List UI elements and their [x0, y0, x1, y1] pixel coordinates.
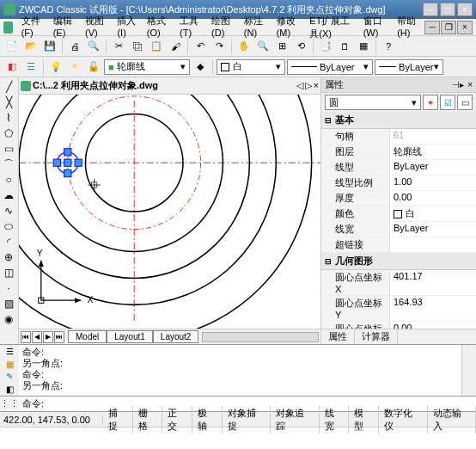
layer-combo[interactable]: ■ 轮廓线▾: [104, 59, 190, 75]
tab-prev-icon[interactable]: ◀: [32, 331, 42, 343]
h-scrollbar[interactable]: [202, 332, 319, 342]
pickadd-icon[interactable]: ☑: [440, 95, 455, 110]
match-icon[interactable]: 🖌: [167, 38, 184, 55]
tab-next-icon[interactable]: ▶: [43, 331, 53, 343]
insert-tool[interactable]: ⊕: [0, 249, 17, 265]
status-捕捉[interactable]: 捕捉: [103, 406, 133, 434]
circle-tool[interactable]: ○: [0, 172, 17, 188]
property-grid[interactable]: 基本句柄61图层轮廓线线型ByLayer线型比例1.00厚度0.00颜色白线宽B…: [321, 112, 476, 329]
select-obj-icon[interactable]: ▭: [457, 95, 473, 110]
doc-minimize[interactable]: ─: [424, 21, 440, 34]
pline-tool[interactable]: ⌇: [0, 110, 17, 126]
model-tab-Layout1[interactable]: Layout1: [107, 330, 153, 343]
zoom-prev-icon[interactable]: ⟲: [292, 38, 309, 55]
status-栅格[interactable]: 栅格: [133, 406, 163, 434]
panel-tab-props[interactable]: 属性: [321, 329, 355, 344]
layer-prev-icon[interactable]: ◧: [3, 58, 21, 76]
props-icon[interactable]: 📑: [317, 38, 334, 55]
cmd-scrollbar[interactable]: [462, 345, 476, 396]
close-button[interactable]: ×: [457, 3, 473, 16]
canvas[interactable]: X Y: [19, 95, 320, 329]
coordinates[interactable]: 422.00, 147.53, 0.00: [0, 415, 103, 425]
cmd-tool-1[interactable]: ☰: [0, 345, 19, 358]
arc-tool[interactable]: ⌒: [0, 157, 17, 172]
copy-icon[interactable]: ⿻: [129, 38, 146, 55]
new-icon[interactable]: 📄: [3, 38, 21, 55]
status-极轴[interactable]: 极轴: [192, 406, 223, 434]
tab-right-icon[interactable]: ▷: [305, 80, 312, 91]
ellipse-tool[interactable]: ⬭: [0, 218, 17, 234]
model-tab-Layout2[interactable]: Layout2: [153, 330, 199, 343]
command-history[interactable]: 命令:另一角点:命令:另一角点:: [19, 345, 462, 396]
table-icon[interactable]: ▦: [355, 38, 372, 55]
panel-pin-icon[interactable]: ⊣▸: [452, 80, 464, 89]
point-tool[interactable]: ·: [0, 280, 17, 296]
prop-row[interactable]: 颜色白: [321, 206, 476, 222]
linetype-combo[interactable]: ByLayer▾: [287, 59, 373, 75]
doc-close[interactable]: ×: [457, 21, 473, 34]
cmd-handle-icon[interactable]: ⋮⋮: [0, 398, 19, 409]
cmd-tool-4[interactable]: ◧: [0, 383, 19, 396]
block-tool[interactable]: ◫: [0, 265, 17, 280]
open-icon[interactable]: 📂: [22, 38, 40, 55]
save-icon[interactable]: 💾: [41, 38, 58, 55]
status-正交[interactable]: 正交: [162, 406, 192, 434]
layer-mgr-icon[interactable]: ☰: [22, 58, 40, 76]
layer-state-icon[interactable]: ◆: [192, 58, 209, 76]
qselect-icon[interactable]: ✦: [423, 95, 438, 110]
calc-icon[interactable]: 🗒: [336, 38, 353, 55]
help-icon[interactable]: ?: [380, 38, 397, 55]
polygon-tool[interactable]: ⬠: [0, 126, 17, 141]
status-线宽[interactable]: 线宽: [320, 406, 350, 434]
panel-close-icon[interactable]: ×: [467, 80, 473, 89]
sun-icon[interactable]: ☀: [66, 58, 83, 76]
prop-row[interactable]: 线宽ByLayer: [321, 222, 476, 237]
color-combo[interactable]: 白▾: [217, 59, 285, 75]
model-tab-Model[interactable]: Model: [68, 330, 107, 343]
panel-tab-calc[interactable]: 计算器: [355, 329, 398, 344]
prop-row[interactable]: 圆心点坐标 Z0.00: [321, 322, 476, 329]
region-tool[interactable]: ◉: [0, 311, 17, 327]
lightbulb-icon[interactable]: 💡: [47, 58, 64, 76]
cmd-tool-2[interactable]: ▦: [0, 358, 19, 371]
zoom-win-icon[interactable]: ⊞: [273, 38, 290, 55]
pan-icon[interactable]: ✋: [235, 38, 253, 55]
status-模型[interactable]: 模型: [349, 406, 379, 434]
doc-tab[interactable]: C:\...2 利用夹点拉伸对象.dwg: [21, 79, 158, 92]
prop-row[interactable]: 线型ByLayer: [321, 160, 476, 175]
prop-row[interactable]: 圆心点坐标 X401.17: [321, 270, 476, 296]
object-type-combo[interactable]: 圆▾: [325, 95, 421, 110]
tab-left-icon[interactable]: ◁: [296, 80, 303, 91]
maximize-button[interactable]: □: [440, 3, 455, 16]
tab-close-icon[interactable]: ×: [314, 80, 319, 91]
hatch-tool[interactable]: ▨: [0, 296, 17, 311]
undo-icon[interactable]: ↶: [192, 38, 209, 55]
revcloud-tool[interactable]: ☁: [0, 188, 17, 203]
panel-header[interactable]: 属性 ⊣▸ ×: [321, 77, 476, 93]
cut-icon[interactable]: ✂: [110, 38, 127, 55]
prop-row[interactable]: 句柄61: [321, 129, 476, 145]
status-对象捕捉[interactable]: 对象捕捉: [223, 406, 271, 434]
redo-icon[interactable]: ↷: [211, 38, 228, 55]
status-对象追踪[interactable]: 对象追踪: [271, 406, 319, 434]
prop-row[interactable]: 线型比例1.00: [321, 175, 476, 191]
spline-tool[interactable]: ∿: [0, 203, 17, 218]
minimize-button[interactable]: ─: [423, 3, 438, 16]
cmd-tool-3[interactable]: ✎: [0, 371, 19, 384]
lock-icon[interactable]: 🔓: [85, 58, 102, 76]
zoom-icon[interactable]: 🔍: [254, 38, 272, 55]
status-动态输入[interactable]: 动态输入: [428, 406, 476, 434]
earc-tool[interactable]: ◜: [0, 234, 17, 249]
prop-row[interactable]: 厚度0.00: [321, 191, 476, 206]
tab-first-icon[interactable]: ⏮: [21, 331, 31, 343]
lineweight-combo[interactable]: ByLayer▾: [375, 59, 443, 75]
line-tool[interactable]: ╱: [0, 79, 17, 95]
paste-icon[interactable]: 📋: [148, 38, 165, 55]
rect-tool[interactable]: ▭: [0, 141, 17, 157]
prop-row[interactable]: 圆心点坐标 Y164.93: [321, 296, 476, 322]
tab-last-icon[interactable]: ⏭: [54, 331, 64, 343]
prop-row[interactable]: 图层轮廓线: [321, 145, 476, 160]
doc-restore[interactable]: ❐: [441, 21, 456, 34]
status-数字化仪[interactable]: 数字化仪: [379, 406, 427, 434]
prop-row[interactable]: 超链接: [321, 237, 476, 253]
